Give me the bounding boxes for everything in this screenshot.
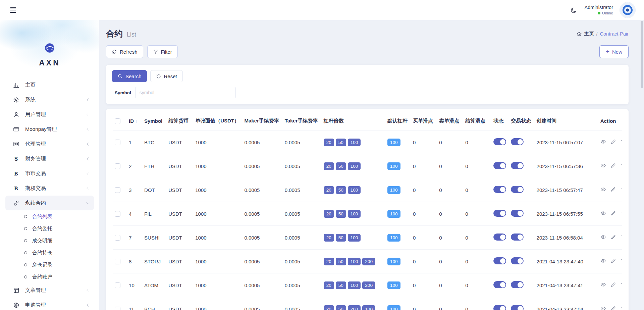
status-toggle[interactable] [493,305,506,310]
sidebar-item[interactable]: 文章管理 [5,283,94,298]
row-checkbox[interactable] [115,211,120,217]
status-toggle[interactable] [493,234,506,241]
cell-status [491,131,509,154]
view-button[interactable] [600,163,606,168]
delete-button[interactable] [621,139,622,145]
sidebar-item[interactable]: 系统 [5,92,94,107]
dark-mode-toggle[interactable] [570,6,578,14]
cell-sell-slippage: 0 [437,226,463,250]
sidebar-subitem[interactable]: 合约列表 [5,210,94,222]
sidebar-item[interactable]: 用户管理 [5,107,94,122]
view-button[interactable] [600,258,606,264]
edit-button[interactable] [610,139,616,145]
sidebar-subitem[interactable]: 穿仓记录 [5,259,94,271]
breadcrumb-home[interactable]: 主页 [584,31,594,37]
bullet-icon [24,215,27,218]
sidebar-item[interactable]: 代理管理 [5,137,94,151]
edit-button[interactable] [610,234,616,240]
refresh-button[interactable]: Refresh [106,45,143,58]
delete-button[interactable] [621,258,622,264]
select-all-checkbox[interactable] [115,118,120,124]
edit-button[interactable] [610,187,616,192]
breadcrumb-current[interactable]: Contract-Pair [600,31,629,37]
sidebar-subitem-label: 穿仓记录 [32,262,52,268]
delete-button[interactable] [621,187,622,192]
sidebar-item[interactable]: B币币交易 [5,166,94,181]
trade-status-toggle[interactable] [511,257,524,264]
edit-button[interactable] [610,306,616,310]
avatar[interactable] [620,2,635,18]
delete-button[interactable] [621,234,622,240]
trade-status-toggle[interactable] [511,186,524,193]
sidebar-subitem[interactable]: 成交明细 [5,235,94,247]
row-checkbox[interactable] [115,163,120,169]
eye-icon [600,187,606,192]
edit-button[interactable] [610,258,616,264]
search-button[interactable]: Search [112,70,147,82]
edit-button[interactable] [610,210,616,216]
trade-status-toggle[interactable] [511,138,524,145]
cell-leverages: 2050100 [322,178,385,202]
eye-icon [600,163,606,168]
sidebar-subitem[interactable]: 合约账户 [5,271,94,283]
row-checkbox[interactable] [115,259,120,264]
view-button[interactable] [600,139,606,145]
status-toggle[interactable] [493,210,506,217]
sidebar-subitem[interactable]: 合约委托 [5,222,94,235]
delete-button[interactable] [621,306,622,310]
menu-toggle-button[interactable] [9,6,17,14]
delete-button[interactable] [621,282,622,288]
trade-status-toggle[interactable] [511,281,524,288]
table-row: 4FILUSDT10000.00050.00052050100100000202… [113,202,622,226]
trade-status-toggle[interactable] [511,162,524,169]
trade-status-toggle[interactable] [511,210,524,217]
chevron-left-icon [86,186,90,191]
sidebar-item[interactable]: $财务管理 [5,151,94,166]
sidebar-item[interactable]: B期权交易 [5,181,94,196]
sidebar-item-label: 财务管理 [25,155,46,162]
new-button[interactable]: + New [599,45,629,58]
view-button[interactable] [600,282,606,288]
sidebar-subitem[interactable]: 合约持仓 [5,247,94,259]
status-toggle[interactable] [493,281,506,288]
cell-id: 11 [127,297,142,310]
status-toggle[interactable] [493,138,506,145]
row-checkbox[interactable] [115,140,120,145]
sidebar-item[interactable]: Moonpay管理 [5,122,94,137]
refresh-icon [112,49,117,54]
cell-sell-slippage: 0 [437,273,463,297]
admin-menu[interactable]: Administrator Online [585,4,613,16]
sidebar-item[interactable]: 主页 [5,78,94,92]
status-toggle[interactable] [493,186,506,193]
view-button[interactable] [600,210,606,216]
scrollbar-thumb[interactable] [641,21,643,88]
leverage-badge: 200 [362,281,375,289]
row-checkbox[interactable] [115,282,120,288]
sidebar-item[interactable]: 申购管理 [5,298,94,310]
edit-button[interactable] [610,282,616,288]
status-toggle[interactable] [493,162,506,169]
row-checkbox[interactable] [115,235,120,241]
view-button[interactable] [600,187,606,192]
column-header[interactable]: ID↑ [127,110,142,131]
delete-button[interactable] [621,210,622,216]
trade-status-toggle[interactable] [511,305,524,310]
delete-button[interactable] [621,163,622,168]
symbol-input[interactable] [135,87,236,98]
status-toggle[interactable] [493,257,506,264]
table-row: 3DOTUSDT10000.00050.00052050100100000202… [113,178,622,202]
sidebar-item[interactable]: 永续合约 [5,196,94,210]
cell-symbol: STORJ [142,250,166,273]
row-checkbox[interactable] [115,307,120,310]
reset-button[interactable]: Reset [150,70,183,82]
trash-icon [621,163,622,168]
column-header: 杠杆倍数 [322,110,385,131]
breadcrumb: 主页 / Contract-Pair [577,31,629,37]
filter-button[interactable]: Filter [147,45,178,58]
eye-icon [600,234,606,240]
edit-button[interactable] [610,163,616,168]
trade-status-toggle[interactable] [511,234,524,241]
view-button[interactable] [600,306,606,310]
view-button[interactable] [600,234,606,240]
row-checkbox[interactable] [115,187,120,193]
